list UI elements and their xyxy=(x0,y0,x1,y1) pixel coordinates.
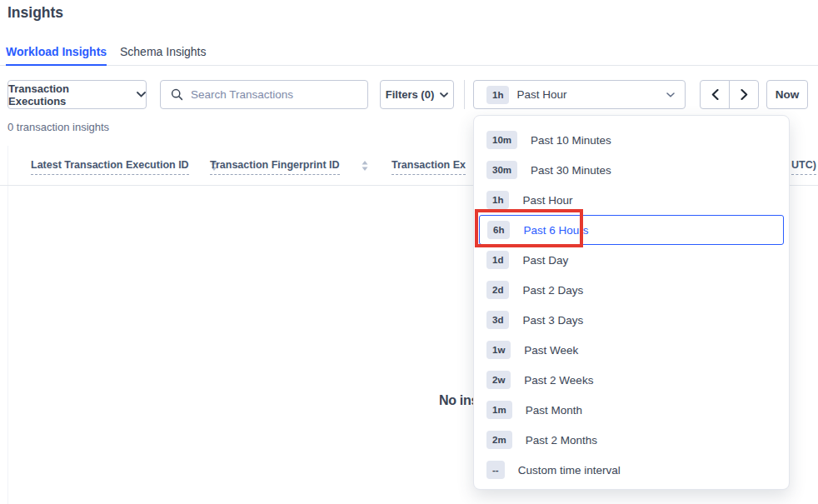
filters-button[interactable]: Filters (0) xyxy=(380,80,454,109)
time-prev-button[interactable] xyxy=(700,80,730,109)
time-option-custom-interval[interactable]: -- Custom time interval xyxy=(474,455,789,485)
column-header-transaction-execution[interactable]: Transaction Ex xyxy=(392,159,466,175)
time-option-past-2-months[interactable]: 2m Past 2 Months xyxy=(474,425,789,455)
time-option-past-10-minutes[interactable]: 10m Past 10 Minutes xyxy=(474,125,789,155)
time-interval-value: Past Hour xyxy=(516,88,566,101)
time-interval-badge: 1h xyxy=(486,86,509,104)
time-option-past-week[interactable]: 1w Past Week xyxy=(474,335,789,365)
time-option-past-2-days[interactable]: 2d Past 2 Days xyxy=(474,275,789,305)
chevron-left-icon xyxy=(711,89,719,100)
time-option-past-30-minutes[interactable]: 30m Past 30 Minutes xyxy=(474,155,789,185)
chevron-down-icon xyxy=(440,92,448,97)
time-option-past-6-hours[interactable]: 6h Past 6 Hours xyxy=(479,215,784,245)
tab-schema-insights[interactable]: Schema Insights xyxy=(120,37,207,65)
toolbar-divider xyxy=(464,80,465,109)
search-input[interactable] xyxy=(191,88,357,101)
now-button[interactable]: Now xyxy=(766,80,808,109)
time-interval-select[interactable]: 1h Past Hour xyxy=(473,80,686,109)
time-option-past-hour[interactable]: 1h Past Hour xyxy=(474,185,789,215)
tab-bar: Workload Insights Schema Insights xyxy=(0,38,818,66)
filters-label: Filters (0) xyxy=(386,88,435,101)
chevron-down-icon xyxy=(137,92,146,97)
time-option-past-3-days[interactable]: 3d Past 3 Days xyxy=(474,305,789,335)
transaction-type-select[interactable]: Transaction Executions xyxy=(7,80,147,109)
time-next-button[interactable] xyxy=(729,80,759,109)
column-header-transaction-fingerprint-id[interactable]: Transaction Fingerprint ID xyxy=(210,159,368,175)
sort-icon[interactable] xyxy=(362,161,368,171)
column-header-latest-transaction-execution-id[interactable]: Latest Transaction Execution ID xyxy=(31,159,217,175)
search-transactions-field[interactable] xyxy=(160,80,368,109)
time-interval-dropdown: 10m Past 10 Minutes 30m Past 30 Minutes … xyxy=(473,115,790,490)
column-header-start-time-utc[interactable]: UTC) xyxy=(791,159,816,175)
tab-workload-insights[interactable]: Workload Insights xyxy=(6,37,107,65)
chevron-down-icon xyxy=(666,92,675,97)
transaction-type-label: Transaction Executions xyxy=(8,82,129,107)
time-option-past-day[interactable]: 1d Past Day xyxy=(474,245,789,275)
insights-count: 0 transaction insights xyxy=(7,121,109,133)
insights-page: Insights Workload Insights Schema Insigh… xyxy=(0,0,818,504)
search-icon xyxy=(171,88,183,101)
time-option-past-month[interactable]: 1m Past Month xyxy=(474,395,789,425)
time-option-past-2-weeks[interactable]: 2w Past 2 Weeks xyxy=(474,365,789,395)
chevron-right-icon xyxy=(741,89,748,100)
page-title: Insights xyxy=(7,4,63,22)
